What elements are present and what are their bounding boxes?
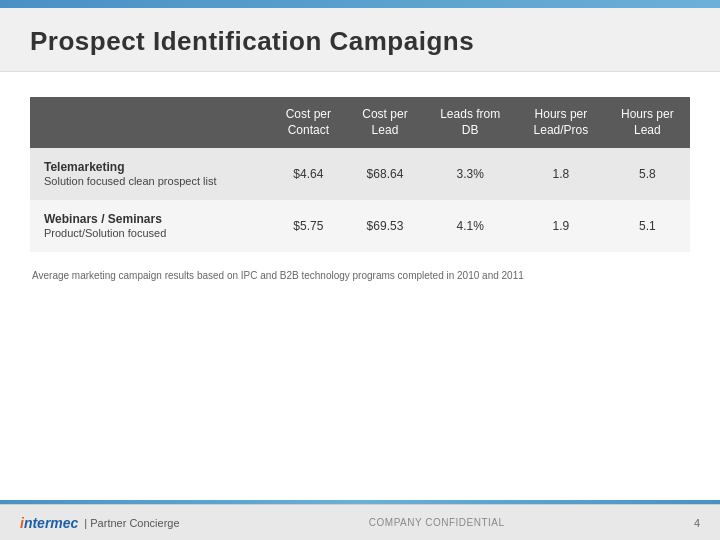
row-label-cell: Webinars / SeminarsProduct/Solution focu… (30, 200, 270, 252)
row-leads-db: 4.1% (423, 200, 517, 252)
row-hours-lead: 5.1 (605, 200, 690, 252)
page-title: Prospect Identification Campaigns (30, 26, 690, 57)
table-header-row: Cost perContact Cost perLead Leads fromD… (30, 97, 690, 148)
table-row: TelemarketingSolution focused clean pros… (30, 148, 690, 200)
col-header-hours-lead-pros: Hours perLead/Pros (517, 97, 605, 148)
data-table: Cost perContact Cost perLead Leads fromD… (30, 97, 690, 252)
page-number: 4 (694, 517, 700, 529)
bottom-bar: intermec | Partner Concierge COMPANY CON… (0, 504, 720, 540)
row-cost-lead: $69.53 (347, 200, 424, 252)
row-hours-lead-pros: 1.8 (517, 148, 605, 200)
col-header-label (30, 97, 270, 148)
row-cost-contact: $4.64 (270, 148, 347, 200)
row-title: Webinars / Seminars (44, 212, 260, 226)
brand-area: intermec | Partner Concierge (20, 515, 180, 531)
col-header-cost-lead: Cost perLead (347, 97, 424, 148)
row-label-cell: TelemarketingSolution focused clean pros… (30, 148, 270, 200)
row-leads-db: 3.3% (423, 148, 517, 200)
col-header-leads-db: Leads fromDB (423, 97, 517, 148)
col-header-cost-contact: Cost perContact (270, 97, 347, 148)
top-accent-bar (0, 0, 720, 8)
main-content: Cost perContact Cost perLead Leads fromD… (0, 72, 720, 291)
brand-logo: intermec (20, 515, 78, 531)
page-header: Prospect Identification Campaigns (0, 8, 720, 72)
row-subtitle: Solution focused clean prospect list (44, 175, 216, 187)
row-hours-lead: 5.8 (605, 148, 690, 200)
confidential-label: COMPANY CONFIDENTIAL (369, 517, 505, 528)
row-subtitle: Product/Solution focused (44, 227, 166, 239)
row-cost-contact: $5.75 (270, 200, 347, 252)
footer-note: Average marketing campaign results based… (30, 270, 690, 281)
col-header-hours-lead: Hours perLead (605, 97, 690, 148)
row-title: Telemarketing (44, 160, 260, 174)
row-cost-lead: $68.64 (347, 148, 424, 200)
partner-label: | Partner Concierge (84, 517, 179, 529)
row-hours-lead-pros: 1.9 (517, 200, 605, 252)
table-row: Webinars / SeminarsProduct/Solution focu… (30, 200, 690, 252)
